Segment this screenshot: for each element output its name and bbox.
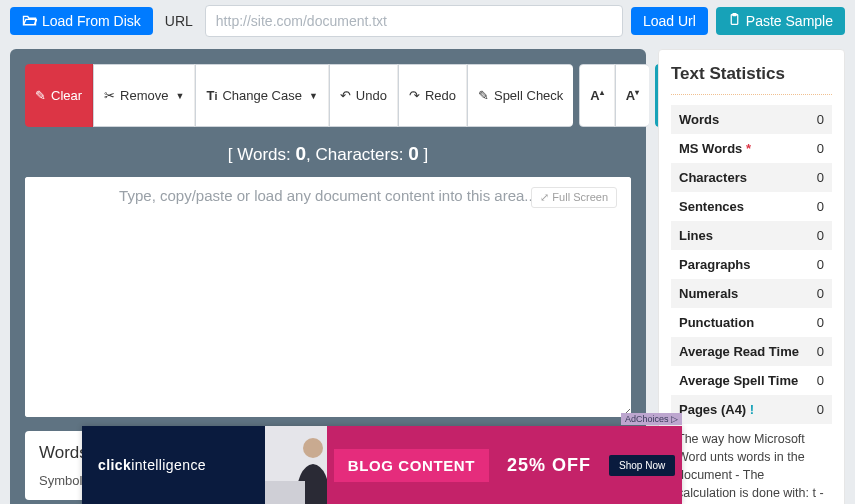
fullscreen-button[interactable]: ⤢ Full Screen [531, 187, 617, 208]
font-size-group: A▴ A▾ [579, 64, 649, 127]
eraser-icon: ✎ [35, 88, 46, 103]
stat-value: 0 [817, 315, 824, 330]
caret-down-icon: ▼ [309, 91, 318, 101]
redo-button[interactable]: ↷ Redo [398, 64, 467, 127]
font-increase-button[interactable]: A▴ [579, 64, 614, 127]
toolbar: ✎ Clear ✂ Remove ▼ Ti Change Case ▼ ↶ [25, 64, 631, 127]
paste-icon [728, 13, 741, 29]
stat-row: Punctuation0 [671, 308, 832, 337]
edit-group: ✎ Clear ✂ Remove ▼ Ti Change Case ▼ ↶ [25, 64, 573, 127]
stat-row: MS Words *0 [671, 134, 832, 163]
stat-value: 0 [817, 402, 824, 417]
font-decrease-icon: A▾ [626, 88, 639, 103]
stat-row: Words0 [671, 105, 832, 134]
stat-row: Paragraphs0 [671, 250, 832, 279]
stat-label: MS Words * [679, 141, 751, 156]
editor-box: ⤢ Full Screen [25, 177, 631, 417]
stat-value: 0 [817, 170, 824, 185]
svg-point-9 [303, 438, 323, 458]
expand-icon: ⤢ [540, 191, 549, 204]
ad-headline: BLOG CONTENT [334, 449, 489, 482]
chars-count: 0 [408, 143, 419, 164]
stat-label: Average Spell Time [679, 373, 798, 388]
stat-label: Words [679, 112, 719, 127]
scissors-icon: ✂ [104, 88, 115, 103]
folder-open-icon [22, 13, 37, 29]
stat-value: 0 [817, 112, 824, 127]
ad-brand: clickintelligence [82, 457, 206, 473]
caret-down-icon: ▼ [176, 91, 185, 101]
stat-label: Characters [679, 170, 747, 185]
spell-check-icon: ✎ [478, 88, 489, 103]
info-icon: ! [746, 402, 754, 417]
font-increase-icon: A▴ [590, 88, 603, 103]
svg-rect-10 [265, 481, 305, 504]
stat-label: Paragraphs [679, 257, 751, 272]
stat-row: Average Read Time0 [671, 337, 832, 366]
stat-label: Numerals [679, 286, 738, 301]
stats-note: The way how Microsoft Word unts words in… [671, 424, 832, 504]
words-count: 0 [296, 143, 307, 164]
stat-value: 0 [817, 257, 824, 272]
stat-label: Punctuation [679, 315, 754, 330]
ad-left: clickintelligence [82, 426, 327, 504]
stat-label: Pages (A4) ! [679, 402, 754, 417]
change-case-dropdown[interactable]: Ti Change Case ▼ [195, 64, 328, 127]
text-case-icon: Ti [206, 88, 217, 103]
redo-icon: ↷ [409, 88, 420, 103]
ad-discount: 25% OFF [507, 455, 591, 476]
editor-textarea[interactable] [25, 177, 631, 417]
stat-value: 0 [817, 199, 824, 214]
ad-banner[interactable]: clickintelligence AdChoices ▷ BLOG CONTE… [82, 426, 682, 504]
paste-sample-label: Paste Sample [746, 13, 833, 29]
url-label: URL [161, 13, 197, 29]
star-icon: * [742, 141, 751, 156]
url-input[interactable] [205, 5, 623, 37]
stat-row: Numerals0 [671, 279, 832, 308]
adchoices-badge[interactable]: AdChoices ▷ [621, 413, 682, 425]
stats-panel: Text Statistics Words0MS Words *0Charact… [658, 49, 845, 504]
stat-row: Average Spell Time0 [671, 366, 832, 395]
counter-line: [ Words: 0, Characters: 0 ] [25, 143, 631, 165]
paste-sample-button[interactable]: Paste Sample [716, 7, 845, 35]
stat-row: Lines0 [671, 221, 832, 250]
stats-rows: Words0MS Words *0Characters0Sentences0Li… [671, 105, 832, 424]
ad-shop-button[interactable]: Shop Now [609, 455, 675, 476]
stat-label: Average Read Time [679, 344, 799, 359]
top-bar: Load From Disk URL Load Url Paste Sample [0, 0, 855, 49]
stat-value: 0 [817, 228, 824, 243]
undo-icon: ↶ [340, 88, 351, 103]
spell-check-button[interactable]: ✎ Spell Check [467, 64, 573, 127]
load-from-disk-label: Load From Disk [42, 13, 141, 29]
clear-button[interactable]: ✎ Clear [25, 64, 93, 127]
undo-button[interactable]: ↶ Undo [329, 64, 398, 127]
remove-dropdown[interactable]: ✂ Remove ▼ [93, 64, 195, 127]
stat-label: Lines [679, 228, 713, 243]
stat-row: Pages (A4) !0 [671, 395, 832, 424]
stat-row: Characters0 [671, 163, 832, 192]
ad-right: AdChoices ▷ BLOG CONTENT 25% OFF Shop No… [327, 426, 682, 504]
stat-value: 0 [817, 373, 824, 388]
stat-row: Sentences0 [671, 192, 832, 221]
stats-title: Text Statistics [671, 64, 832, 95]
stat-value: 0 [817, 286, 824, 301]
font-decrease-button[interactable]: A▾ [615, 64, 649, 127]
stat-value: 0 [817, 141, 824, 156]
stat-label: Sentences [679, 199, 744, 214]
load-url-button[interactable]: Load Url [631, 7, 708, 35]
load-from-disk-button[interactable]: Load From Disk [10, 7, 153, 35]
stat-value: 0 [817, 344, 824, 359]
